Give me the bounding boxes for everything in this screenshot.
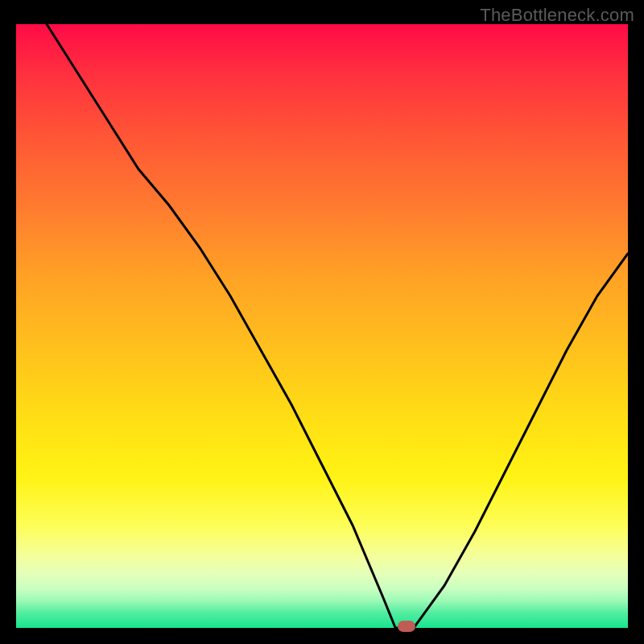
curve-path [47,24,628,628]
watermark-text: TheBottleneck.com [480,5,634,26]
chart-frame: TheBottleneck.com [0,0,644,644]
bottleneck-curve [16,24,628,628]
plot-area [16,24,628,628]
optimal-marker [398,621,415,632]
